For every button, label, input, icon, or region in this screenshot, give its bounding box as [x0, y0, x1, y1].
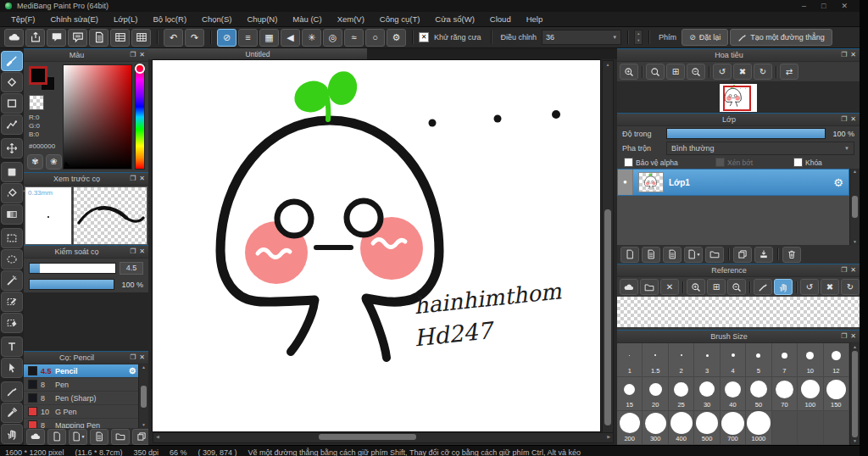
polyline-tool[interactable] [1, 114, 23, 135]
scrollbar-thumb[interactable] [319, 434, 416, 440]
clipping-checkbox[interactable] [715, 158, 725, 167]
navigator-view-rect[interactable] [723, 86, 751, 111]
clipping-option[interactable]: Xén bớt [715, 158, 793, 167]
brush-size-cell[interactable]: 100 [798, 377, 823, 411]
close-icon[interactable]: ✕ [850, 267, 856, 274]
scroll-down-icon[interactable]: ▼ [853, 240, 857, 244]
close-icon[interactable]: ✕ [139, 248, 145, 255]
brush-row-mapping-pen[interactable]: 8 Mapping Pen [24, 419, 148, 428]
brush-size-cell[interactable]: 500 [694, 411, 720, 445]
reference-reset-button[interactable]: ✖ [821, 279, 839, 295]
add-1bit-layer-button[interactable] [663, 247, 682, 263]
scroll-left-icon[interactable]: ◀ [156, 435, 159, 439]
brush-row-pencil[interactable]: 4.5 Pencil ⚙ [24, 364, 148, 378]
layer-name[interactable]: Lớp1 [669, 178, 833, 187]
delete-layer-button[interactable] [782, 247, 801, 263]
brush-size-cell[interactable]: 40 [721, 377, 746, 411]
brush-size-cell[interactable]: 7 [772, 343, 798, 377]
add-layer-menu-button[interactable]: ▼ [684, 247, 703, 263]
brush-tool[interactable] [1, 51, 23, 71]
eraser-tool[interactable] [1, 72, 23, 92]
brush-size-cell[interactable]: 4 [721, 343, 746, 377]
brush-size-value[interactable]: 4.5 [120, 262, 143, 275]
menu-help[interactable]: Help [519, 14, 551, 24]
reset-rotation-button[interactable]: ✖ [733, 64, 752, 80]
menu-view[interactable]: Xem(V) [330, 14, 372, 24]
brush-cloud-button[interactable] [26, 429, 45, 445]
menu-capture[interactable]: Chụp(N) [239, 14, 285, 24]
scrollbar-thumb[interactable] [852, 351, 858, 437]
popout-icon[interactable]: ❐ [130, 248, 136, 255]
reference-clear-button[interactable]: ✕ [660, 279, 679, 295]
export-button[interactable] [25, 29, 45, 47]
brush-row-g-pen[interactable]: 10 G Pen [24, 405, 148, 419]
snap-settings-button[interactable]: ⚙ [387, 29, 406, 47]
adjust-spinner[interactable]: ▲▼ [634, 30, 643, 45]
menu-filter[interactable]: Bộ lọc(R) [145, 14, 194, 24]
rotate-right-button[interactable]: ↻ [754, 64, 772, 80]
brush-size-cell[interactable]: 1000 [746, 411, 771, 445]
select-pen-tool[interactable] [1, 292, 23, 312]
canvas-horizontal-scrollbar[interactable]: ◀ ▶ [153, 432, 614, 443]
brush-size-cell[interactable]: 20 [643, 377, 668, 411]
scroll-up-icon[interactable]: ▲ [853, 345, 857, 349]
material-grid-button[interactable] [131, 29, 151, 47]
layer-settings-icon[interactable]: ⚙ [833, 177, 843, 188]
brush-size-cell[interactable]: 12 [824, 343, 849, 377]
brush-size-cell[interactable]: 30 [694, 377, 720, 411]
zoom-reset-button[interactable] [646, 64, 665, 80]
pen-tool[interactable] [1, 381, 23, 402]
hue-slider[interactable] [135, 64, 145, 170]
hand-tool[interactable] [1, 424, 23, 444]
navigator-viewport[interactable] [617, 81, 860, 114]
brush-size-cell[interactable]: 15 [617, 377, 643, 411]
snap-grid-button[interactable]: ▦ [259, 29, 279, 47]
document-button[interactable] [89, 29, 108, 47]
material-list-button[interactable] [110, 29, 130, 47]
merge-layer-button[interactable] [754, 247, 773, 263]
snap-ellipse-button[interactable]: ○ [365, 29, 385, 47]
popout-icon[interactable]: ❐ [130, 354, 136, 361]
scroll-up-icon[interactable]: ▲ [142, 365, 146, 370]
eyedropper-tool[interactable] [1, 403, 23, 423]
scroll-down-icon[interactable]: ▼ [853, 439, 857, 443]
reference-hand-button[interactable] [774, 279, 793, 295]
brush-row-pen-sharp[interactable]: 8 Pen (Sharp) [24, 392, 148, 405]
lock-option[interactable]: Khóa [793, 158, 822, 167]
drawing-canvas[interactable]: hainhimthom Hd247 [153, 60, 600, 431]
blend-mode-dropdown[interactable]: Bình thường▼ [666, 142, 854, 155]
antialias-checkbox[interactable]: ✕ [419, 32, 429, 42]
scrollbar-thumb[interactable] [141, 386, 147, 408]
add-folder-button[interactable] [705, 247, 724, 263]
brush-row-pen[interactable]: 8 Pen [24, 378, 148, 392]
redo-button[interactable]: ↷ [185, 29, 204, 47]
minimize-button[interactable]: – [802, 3, 806, 10]
brush-size-cell[interactable]: 10 [798, 343, 823, 377]
select-tool[interactable] [1, 228, 23, 248]
adjust-dropdown[interactable]: 36▼ [542, 30, 621, 45]
rotate-left-button[interactable]: ↺ [713, 64, 732, 80]
snap-concentric-button[interactable]: ◎ [323, 29, 342, 47]
scrollbar-thumb[interactable] [852, 196, 858, 218]
snap-off-button[interactable]: ⊘ [217, 29, 236, 47]
brush-size-scrollbar[interactable]: ▲ ▼ [849, 343, 860, 445]
brush-size-cell[interactable]: 400 [669, 411, 694, 445]
comment-button[interactable] [47, 29, 66, 47]
brush-size-cell[interactable]: 50 [746, 377, 771, 411]
menu-select[interactable]: Chọn(S) [194, 14, 239, 24]
brush-size-cell[interactable]: 70 [772, 377, 798, 411]
add-halftone-layer-button[interactable] [642, 247, 660, 263]
zoom-in-button[interactable] [620, 64, 638, 80]
fit-screen-button[interactable]: ⊞ [666, 64, 685, 80]
shape-brush-tool[interactable] [1, 93, 23, 114]
brush-settings-icon[interactable]: ⚙ [129, 367, 136, 375]
layer-visibility-toggle[interactable]: ● [618, 170, 633, 195]
zoom-out-button[interactable] [687, 64, 705, 80]
snap-curve-button[interactable]: ≈ [344, 29, 364, 47]
brush-opacity-slider[interactable] [29, 279, 114, 290]
scroll-up-icon[interactable]: ▲ [853, 170, 857, 174]
brush-size-cell[interactable]: 150 [824, 377, 849, 411]
menu-color[interactable]: Màu (C) [285, 14, 329, 24]
popout-icon[interactable]: ❐ [130, 52, 136, 58]
scroll-up-icon[interactable]: ▲ [606, 63, 610, 67]
